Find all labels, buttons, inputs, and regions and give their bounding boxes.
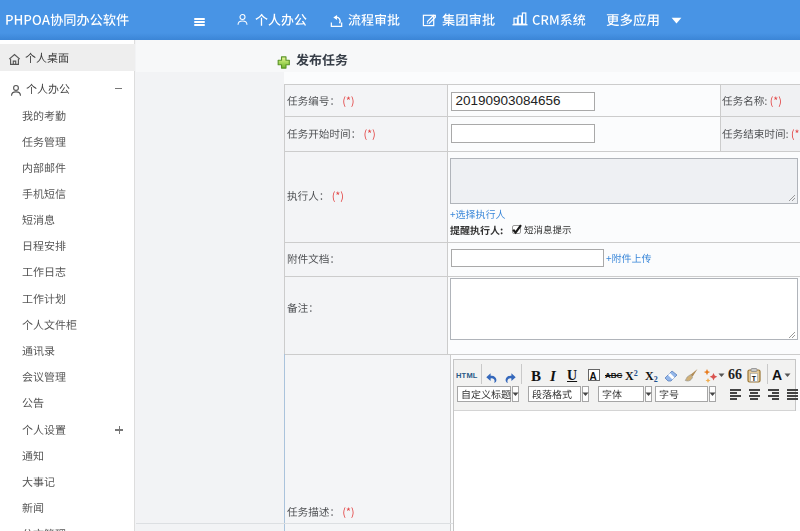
svg-text:T: T	[752, 375, 757, 382]
